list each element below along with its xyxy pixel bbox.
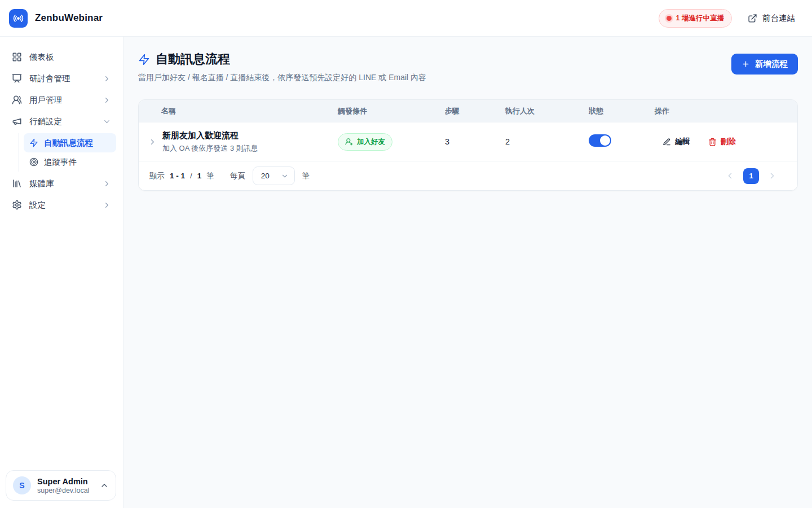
sidebar-item-marketing[interactable]: 行銷設定 <box>7 111 116 132</box>
sidebar-item-label: 自動訊息流程 <box>44 138 93 148</box>
status-toggle[interactable] <box>589 134 611 147</box>
sidebar-item-auto-message-flow[interactable]: 自動訊息流程 <box>24 133 116 152</box>
live-badge-label: 1 場進行中直播 <box>676 14 724 23</box>
app-logo <box>9 9 28 28</box>
showing-unit: 筆 <box>206 171 214 181</box>
table-header-row: 名稱 觸發條件 步驟 執行人次 狀態 操作 <box>139 100 797 122</box>
showing-range: 1 - 1 <box>170 172 185 180</box>
per-page-value: 20 <box>261 172 270 180</box>
brand: ZenbuWebinar <box>9 9 103 28</box>
front-site-link[interactable]: 前台連結 <box>748 13 795 24</box>
zap-icon <box>138 54 150 65</box>
column-header-steps: 步驟 <box>445 106 505 116</box>
pencil-icon <box>663 138 671 146</box>
per-page-unit: 筆 <box>302 171 310 181</box>
flow-description: 加入 OA 後依序發送 3 則訊息 <box>162 143 258 154</box>
chevron-right-icon <box>767 171 777 181</box>
column-header-name: 名稱 <box>139 106 338 116</box>
column-header-actions: 操作 <box>655 106 797 116</box>
sidebar-item-webinar[interactable]: 研討會管理 <box>7 68 116 89</box>
user-menu[interactable]: S Super Admin super@dev.local <box>6 470 116 501</box>
sidebar-item-dashboard[interactable]: 儀表板 <box>7 46 116 68</box>
sidebar-item-users[interactable]: 用戶管理 <box>7 89 116 111</box>
user-email: super@dev.local <box>37 487 89 494</box>
sidebar-item-label: 用戶管理 <box>29 95 62 106</box>
expand-row-button[interactable] <box>146 135 158 148</box>
toggle-knob <box>600 135 610 146</box>
sidebar-item-label: 設定 <box>29 200 46 211</box>
trigger-badge: 加入好友 <box>338 133 392 151</box>
gear-icon <box>12 200 22 210</box>
sidebar-item-settings[interactable]: 設定 <box>7 194 116 216</box>
front-link-label: 前台連結 <box>762 13 795 24</box>
trash-icon <box>708 138 717 146</box>
plus-icon <box>742 60 750 68</box>
chevron-down-icon <box>103 117 111 126</box>
edit-label: 編輯 <box>675 137 690 147</box>
users-icon <box>12 95 22 105</box>
column-header-runs: 執行人次 <box>505 106 589 116</box>
chevron-right-icon <box>103 179 111 188</box>
column-header-trigger: 觸發條件 <box>338 106 445 116</box>
target-icon <box>29 157 38 167</box>
chevron-up-icon <box>100 481 109 490</box>
table-footer: 顯示 1 - 1 / 1 筆 每頁 20 筆 <box>139 161 797 190</box>
page-title: 自動訊息流程 <box>156 51 230 68</box>
table-row: 新朋友加入歡迎流程 加入 OA 後依序發送 3 則訊息 加入好友 3 2 <box>139 122 797 161</box>
live-dot-icon <box>667 16 672 21</box>
chevron-right-icon <box>103 75 111 83</box>
chevron-right-icon <box>103 201 111 209</box>
sidebar-nav: 儀表板 研討會管理 用戶管理 行銷設定 <box>0 37 123 225</box>
add-flow-button[interactable]: 新增流程 <box>731 54 798 75</box>
sidebar-item-label: 研討會管理 <box>29 73 70 84</box>
flow-runs-count: 2 <box>505 137 589 146</box>
column-header-status: 狀態 <box>589 106 655 116</box>
chevron-down-icon <box>281 172 289 180</box>
page-1-button[interactable]: 1 <box>743 168 759 184</box>
user-name: Super Admin <box>37 477 89 486</box>
page-subtitle: 當用戶加好友 / 報名直播 / 直播結束後，依序發送預先設定好的 LINE 或 … <box>138 73 426 83</box>
sidebar-item-label: 媒體庫 <box>29 178 54 189</box>
chevron-right-icon <box>148 138 157 146</box>
app-title: ZenbuWebinar <box>35 12 103 24</box>
delete-button[interactable]: 刪除 <box>705 134 739 149</box>
delete-label: 刪除 <box>721 137 736 147</box>
showing-prefix: 顯示 <box>149 171 165 181</box>
sidebar-item-label: 追蹤事件 <box>44 157 77 168</box>
megaphone-icon <box>12 116 22 126</box>
sidebar-item-label: 儀表板 <box>29 52 54 63</box>
broadcast-icon <box>13 13 24 24</box>
flow-steps-count: 3 <box>445 137 505 146</box>
flow-name: 新朋友加入歡迎流程 <box>162 130 258 141</box>
sidebar: 儀表板 研討會管理 用戶管理 行銷設定 <box>0 37 123 508</box>
add-flow-label: 新增流程 <box>755 59 788 69</box>
chevron-right-icon <box>103 96 111 104</box>
zap-icon <box>29 138 38 147</box>
top-header: ZenbuWebinar 1 場進行中直播 前台連結 <box>0 0 812 37</box>
avatar: S <box>13 476 31 494</box>
per-page-select[interactable]: 20 <box>253 167 295 185</box>
presentation-icon <box>12 73 22 84</box>
library-icon <box>12 178 22 189</box>
showing-total: 1 <box>197 172 202 180</box>
showing-separator: / <box>190 172 192 180</box>
user-plus-icon <box>345 138 353 146</box>
live-status-badge[interactable]: 1 場進行中直播 <box>659 9 732 28</box>
dashboard-grid-icon <box>12 52 22 62</box>
trigger-badge-label: 加入好友 <box>357 137 385 147</box>
marketing-subnav: 自動訊息流程 追蹤事件 <box>19 133 116 172</box>
chevron-left-icon <box>725 171 735 181</box>
edit-button[interactable]: 編輯 <box>659 134 694 149</box>
sidebar-item-media-library[interactable]: 媒體庫 <box>7 173 116 194</box>
prev-page-button[interactable] <box>724 170 736 182</box>
external-link-icon <box>748 14 757 23</box>
sidebar-item-tracking-events[interactable]: 追蹤事件 <box>24 152 116 172</box>
per-page-label: 每頁 <box>230 171 245 181</box>
sidebar-item-label: 行銷設定 <box>29 116 62 127</box>
next-page-button[interactable] <box>766 170 778 182</box>
flows-table-card: 名稱 觸發條件 步驟 執行人次 狀態 操作 新朋友加入歡迎流程 加入 OA 後依… <box>138 99 798 191</box>
